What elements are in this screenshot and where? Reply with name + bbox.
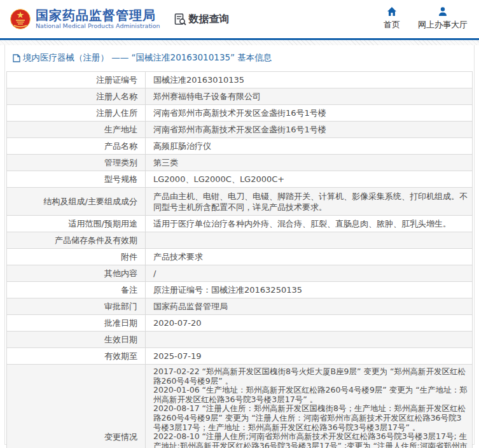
row-value: 国家药品监督管理局 <box>146 298 473 315</box>
breadcrumb: 境内医疗器械（注册） —— “国械注准20163010135” 基本信息 <box>5 45 474 69</box>
table-row: 其他内容 / <box>7 265 473 282</box>
table-row: 产品名称 高频肛肠治疗仪 <box>7 138 473 155</box>
data-query-section: 数据查询 <box>174 13 230 26</box>
row-value <box>146 232 473 249</box>
row-value: 适用于医疗单位治疗各种内外痔、混合痔、肛裂、直肠息肉、脓肿、肛乳头增生。 <box>146 216 473 232</box>
change-record: 2020-08-17 “注册人住所：郑州高新开发区国槐街8号；生产地址：郑州高新… <box>153 404 469 432</box>
row-label: 其他内容 <box>7 265 146 282</box>
row-value: 郑州赛福特电子设备有限公司 <box>146 88 473 105</box>
hatch-strip <box>0 40 479 45</box>
change-record: 2022-08-10 “注册人住所;河南省郑州市高新技术开发区红松路36号院3号… <box>153 432 469 448</box>
nav-service-hall-label: 网上办事大厅 <box>418 19 468 31</box>
row-value: 2025-07-19 <box>146 348 473 365</box>
change-history-value: 2017-02-22 “郑州高新开发区国槐街8号火炬大厦B座9层” 变更为 “郑… <box>146 365 473 448</box>
row-label: 变更情况 <box>7 365 146 448</box>
header-nav: 首页 网上办事大厅 <box>384 6 468 31</box>
table-row: 生产地址 河南省郑州市高新技术开发区金盏街16号1号楼 <box>7 122 473 138</box>
row-label: 管理类别 <box>7 155 146 171</box>
nav-home-label: 首页 <box>384 19 400 31</box>
change-record: 2020-01-06 “生产地址：郑州高新开发区红松路260号4号楼9层” 变更… <box>153 386 469 404</box>
table-row: 生效日期 <box>7 332 473 348</box>
row-value: 2020-07-20 <box>146 315 473 332</box>
data-query-icon <box>174 13 186 25</box>
row-label: 有效期至 <box>7 348 146 365</box>
registration-table: 注册证编号 国械注准20163010135 注册人名称 郑州赛福特电子设备有限公… <box>6 71 473 448</box>
table-row: 型号规格 LG2000、LG2000C、LG2000C+ <box>7 171 473 188</box>
table-row: 产品储存条件及有效期 <box>7 232 473 249</box>
table-row: 备注 原注册证编号：国械注准20163250135 <box>7 282 473 298</box>
table-row: 适用范围/预期用途 适用于医疗单位治疗各种内外痔、混合痔、肛裂、直肠息肉、脓肿、… <box>7 216 473 232</box>
table-row: 注册证编号 国械注准20163010135 <box>7 72 473 88</box>
row-value: 原注册证编号：国械注准20163250135 <box>146 282 473 298</box>
row-label: 备注 <box>7 282 146 298</box>
registration-table-wrap: 注册证编号 国械注准20163010135 注册人名称 郑州赛福特电子设备有限公… <box>5 69 474 448</box>
document-icon <box>13 54 20 62</box>
breadcrumb-text: 境内医疗器械（注册） —— “国械注准20163010135” 基本信息 <box>23 52 272 64</box>
top-header: 国家药品监督管理局 National Medical Products Admi… <box>0 0 479 38</box>
table-row: 注册人名称 郑州赛福特电子设备有限公司 <box>7 88 473 105</box>
row-value <box>146 332 473 348</box>
row-label: 批准日期 <box>7 315 146 332</box>
home-icon <box>387 6 397 17</box>
row-value: 河南省郑州市高新技术开发区金盏街16号1号楼 <box>146 105 473 122</box>
nav-service-hall[interactable]: 网上办事大厅 <box>418 6 468 31</box>
row-label: 审批部门 <box>7 298 146 315</box>
table-row: 结构及组成/主要组成成分 产品由主机、电钳、电刀、电镊、脚踏开关、计算机、影像采… <box>7 188 473 216</box>
table-row: 附件 产品技术要求 <box>7 249 473 265</box>
content-panel: 境内医疗器械（注册） —— “国械注准20163010135” 基本信息 注册证… <box>4 45 475 445</box>
row-value: 国械注准20163010135 <box>146 72 473 88</box>
row-value: 高频肛肠治疗仪 <box>146 138 473 155</box>
change-record: 2017-02-22 “郑州高新开发区国槐街8号火炬大厦B座9层” 变更为 “郑… <box>153 367 469 386</box>
row-label: 结构及组成/主要组成成分 <box>7 188 146 216</box>
table-row: 有效期至 2025-07-19 <box>7 348 473 365</box>
row-label: 生产地址 <box>7 122 146 138</box>
nmpa-emblem-icon <box>10 9 31 29</box>
agency-title: 国家药品监督管理局 <box>36 8 160 22</box>
row-label: 注册人住所 <box>7 105 146 122</box>
agency-subtitle: National Medical Products Administration <box>36 22 160 30</box>
person-icon <box>438 6 448 17</box>
data-query-label: 数据查询 <box>189 13 230 26</box>
row-label: 生效日期 <box>7 332 146 348</box>
table-row: 注册人住所 河南省郑州市高新技术开发区金盏街16号1号楼 <box>7 105 473 122</box>
row-value: 河南省郑州市高新技术开发区金盏街16号1号楼 <box>146 122 473 138</box>
row-label: 型号规格 <box>7 171 146 188</box>
row-label: 注册证编号 <box>7 72 146 88</box>
row-label: 附件 <box>7 249 146 265</box>
row-label: 适用范围/预期用途 <box>7 216 146 232</box>
nav-home[interactable]: 首页 <box>384 6 400 31</box>
row-value: 第三类 <box>146 155 473 171</box>
row-label: 注册人名称 <box>7 88 146 105</box>
table-row-change-history: 变更情况 2017-02-22 “郑州高新开发区国槐街8号火炬大厦B座9层” 变… <box>7 365 473 448</box>
row-value: LG2000、LG2000C、LG2000C+ <box>146 171 473 188</box>
row-value: 产品技术要求 <box>146 249 473 265</box>
table-row: 管理类别 第三类 <box>7 155 473 171</box>
row-label: 产品储存条件及有效期 <box>7 232 146 249</box>
table-row: 批准日期 2020-07-20 <box>7 315 473 332</box>
row-value: 产品由主机、电钳、电刀、电镊、脚踏开关、计算机、影像采集系统、打印机组成。不同型… <box>146 188 473 216</box>
agency-title-block: 国家药品监督管理局 National Medical Products Admi… <box>36 8 160 30</box>
row-value: / <box>146 265 473 282</box>
table-row: 审批部门 国家药品监督管理局 <box>7 298 473 315</box>
row-label: 产品名称 <box>7 138 146 155</box>
